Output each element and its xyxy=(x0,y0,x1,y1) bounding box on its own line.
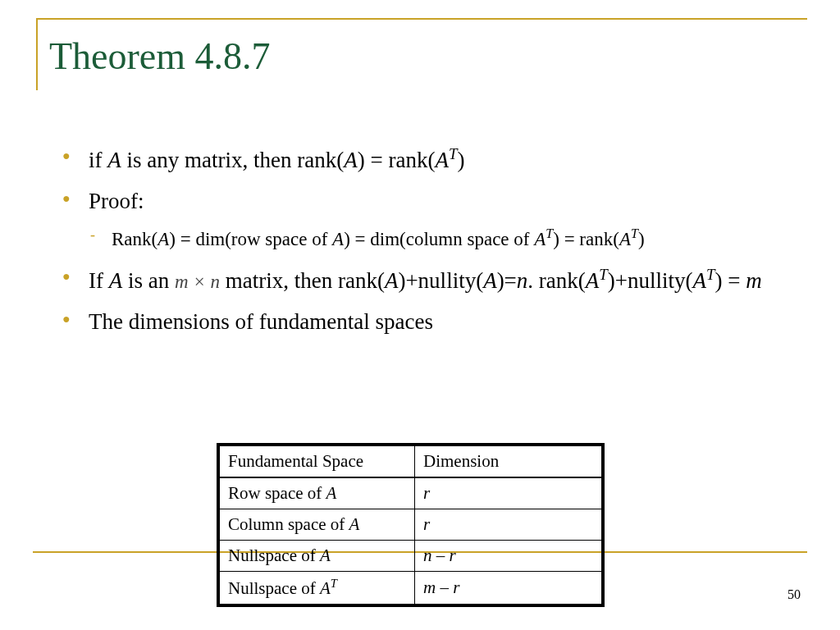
var-a: A xyxy=(158,229,169,249)
text: ) = rank( xyxy=(553,229,619,249)
text: Column space of xyxy=(228,514,349,534)
var-a: A xyxy=(619,229,631,249)
cell-space: Column space of A xyxy=(220,509,415,541)
sup-t: T xyxy=(631,226,638,240)
cell-space: Nullspace of A xyxy=(220,541,415,572)
bullet-rank-nullity: If A is an m × n matrix, then rank(A)+nu… xyxy=(62,264,791,295)
var-n: n xyxy=(423,546,432,565)
var-a: A xyxy=(534,229,546,249)
table-row: Row space of A r xyxy=(220,477,602,509)
var-r: r xyxy=(453,578,459,597)
text: matrix, then rank( xyxy=(220,268,385,293)
text: – xyxy=(436,578,453,597)
bullet-dimensions: The dimensions of fundamental spaces xyxy=(62,307,791,336)
var-a: A xyxy=(586,268,600,293)
var-a: A xyxy=(693,268,707,293)
text: – xyxy=(432,546,450,565)
cell-dim: r xyxy=(415,509,602,541)
var-r: r xyxy=(423,514,430,534)
header-dimension: Dimension xyxy=(415,446,602,478)
mxn: m × n xyxy=(175,272,220,292)
var-a: A xyxy=(483,268,497,293)
var-a: A xyxy=(349,514,360,534)
var-a: A xyxy=(109,268,123,293)
border-left xyxy=(36,18,38,90)
text: Rank( xyxy=(112,229,158,249)
sup-t: T xyxy=(449,145,458,162)
var-m: m xyxy=(746,268,762,293)
cell-dim: n – r xyxy=(415,541,602,572)
cell-space: Row space of A xyxy=(220,477,415,509)
text: Nullspace of xyxy=(228,578,320,598)
header-space: Fundamental Space xyxy=(220,446,415,478)
text: Row space of xyxy=(228,483,326,503)
text: Proof: xyxy=(89,189,144,213)
cell-dim: r xyxy=(415,477,602,509)
text: ) = dim(row space of xyxy=(169,229,332,249)
slide-title: Theorem 4.8.7 xyxy=(49,34,271,78)
table-header-row: Fundamental Space Dimension xyxy=(220,446,602,478)
text: )+nullity( xyxy=(608,268,693,293)
text: ) = xyxy=(715,268,746,293)
cell-space: Nullspace of AT xyxy=(220,572,415,605)
text: ) xyxy=(638,229,645,249)
var-a: A xyxy=(332,229,344,249)
fundamental-spaces-table: Fundamental Space Dimension Row space of… xyxy=(217,443,605,607)
text: is an xyxy=(122,268,175,293)
text: Nullspace of xyxy=(228,546,320,565)
text: . rank( xyxy=(527,268,585,293)
var-a: A xyxy=(435,148,449,172)
table-row: Nullspace of AT m – r xyxy=(220,572,602,605)
text: )= xyxy=(497,268,517,293)
sup-t: T xyxy=(331,577,337,590)
var-a: A xyxy=(326,483,337,503)
sup-t: T xyxy=(599,266,608,283)
table-row: Column space of A r xyxy=(220,509,602,541)
slide-content: if A is any matrix, then rank(A) = rank(… xyxy=(62,144,791,349)
text: )+nullity( xyxy=(398,268,483,293)
var-n: n xyxy=(517,268,528,293)
var-a: A xyxy=(320,546,331,565)
cell-dim: m – r xyxy=(415,572,602,605)
var-m: m xyxy=(423,578,436,597)
sup-t: T xyxy=(546,226,553,240)
text: is any matrix, then rank( xyxy=(121,148,344,172)
var-r: r xyxy=(423,483,430,503)
var-a: A xyxy=(107,148,121,172)
var-r: r xyxy=(450,546,456,565)
border-top xyxy=(36,18,807,20)
sub-bullet-proof-chain: Rank(A) = dim(row space of A) = dim(colu… xyxy=(89,225,791,253)
sup-t: T xyxy=(706,266,715,283)
text: ) = dim(column space of xyxy=(344,229,534,249)
text: ) xyxy=(457,148,464,172)
text: If xyxy=(89,268,109,293)
text: ) = rank( xyxy=(358,148,436,172)
bullet-rank-equality: if A is any matrix, then rank(A) = rank(… xyxy=(62,144,791,175)
var-a: A xyxy=(385,268,399,293)
page-number: 50 xyxy=(788,587,801,602)
var-a: A xyxy=(344,148,358,172)
bullet-proof: Proof: Rank(A) = dim(row space of A) = d… xyxy=(62,186,791,252)
text: if xyxy=(89,148,107,172)
text: The dimensions of fundamental spaces xyxy=(89,309,433,334)
var-a: A xyxy=(320,578,331,598)
table-row: Nullspace of A n – r xyxy=(220,541,602,572)
